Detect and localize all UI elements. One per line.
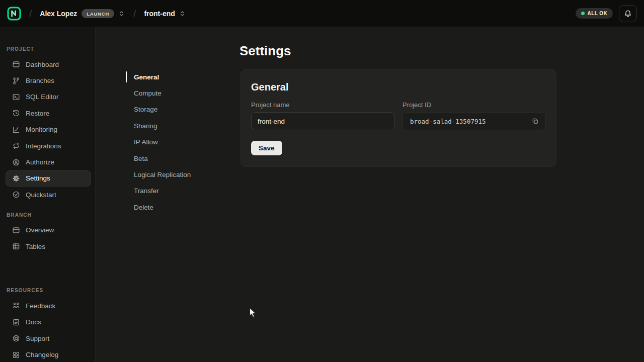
status-label: ALL OK	[588, 11, 607, 16]
subnav-item-logical-replication[interactable]: Logical Replication	[126, 166, 203, 183]
branch-icon	[12, 77, 20, 85]
org-switcher-chevron-icon[interactable]	[118, 10, 125, 18]
sidebar-item-authorize[interactable]: Authorize	[6, 154, 91, 170]
subnav-item-ip-allow[interactable]: IP Allow	[126, 134, 203, 150]
sidebar-item-sql-editor[interactable]: SQL Editor	[6, 89, 91, 105]
breadcrumb-divider: /	[133, 8, 136, 19]
top-header: / Alex Lopez LAUNCH / front-end ALL OK	[0, 0, 644, 27]
sidebar-item-restore[interactable]: Restore	[6, 105, 91, 121]
sidebar-item-label: Integrations	[26, 142, 61, 150]
changelog-icon	[12, 351, 20, 359]
sidebar-item-support[interactable]: Support	[6, 330, 91, 346]
subnav-item-delete[interactable]: Delete	[126, 199, 203, 215]
copy-project-id-button[interactable]	[529, 115, 542, 128]
sidebar-item-branches[interactable]: Branches	[6, 72, 91, 88]
sidebar-item-label: Monitoring	[26, 126, 57, 133]
sidebar-item-docs[interactable]: Docs	[6, 314, 91, 330]
sidebar-section-label: RESOURCES	[6, 288, 91, 293]
sidebar-item-label: Tables	[26, 243, 45, 250]
sidebar-item-label: Dashboard	[26, 61, 59, 68]
project-id-label: Project ID	[403, 101, 546, 109]
project-id-value: broad-salad-13507915	[410, 118, 486, 125]
sidebar-item-label: Feedback	[26, 302, 55, 310]
integrations-icon	[12, 142, 20, 150]
page-title: Settings	[239, 43, 291, 59]
sidebar-item-label: Quickstart	[26, 191, 56, 199]
sidebar-item-label: Branches	[26, 77, 54, 84]
subnav-item-storage[interactable]: Storage	[126, 102, 203, 118]
project-id-field: broad-salad-13507915	[403, 112, 546, 130]
docs-icon	[12, 318, 20, 326]
project-name[interactable]: front-end	[144, 10, 175, 18]
sidebar-item-label: Changelog	[26, 351, 58, 358]
sidebar-item-label: Overview	[26, 226, 54, 234]
general-settings-card: General Project name Project ID broad-sa…	[240, 69, 556, 167]
project-name-input[interactable]	[251, 112, 394, 130]
sidebar-item-changelog[interactable]: Changelog	[6, 346, 91, 362]
bell-icon	[624, 10, 632, 18]
sidebar-item-monitoring[interactable]: Monitoring	[6, 122, 91, 138]
sidebar-item-integrations[interactable]: Integrations	[6, 138, 91, 154]
notifications-button[interactable]	[619, 5, 637, 22]
project-name-label: Project name	[251, 101, 394, 109]
support-icon	[12, 334, 20, 342]
subnav-item-general[interactable]: General	[126, 69, 203, 85]
sidebar: PROJECT Dashboard Branches SQL Editor Re…	[0, 27, 96, 362]
feedback-icon	[12, 302, 20, 310]
subnav-item-transfer[interactable]: Transfer	[126, 183, 203, 199]
gear-icon	[12, 174, 20, 183]
card-title: General	[251, 81, 546, 93]
subnav-item-sharing[interactable]: Sharing	[126, 118, 203, 134]
sidebar-section-label: BRANCH	[6, 212, 91, 218]
sidebar-section-label: PROJECT	[6, 46, 91, 52]
sidebar-item-settings[interactable]: Settings	[6, 170, 91, 187]
status-badge[interactable]: ALL OK	[576, 8, 613, 19]
breadcrumb-divider: /	[29, 8, 32, 19]
sidebar-item-label: Restore	[26, 110, 49, 117]
sidebar-item-overview[interactable]: Overview	[6, 222, 91, 238]
sidebar-item-feedback[interactable]: Feedback	[6, 298, 91, 314]
sidebar-item-label: Support	[26, 335, 49, 342]
status-dot-icon	[581, 12, 585, 15]
copy-icon	[531, 117, 539, 125]
subnav-item-compute[interactable]: Compute	[126, 85, 203, 101]
tables-icon	[12, 242, 20, 250]
sidebar-item-label: Docs	[26, 318, 41, 326]
dashboard-icon	[12, 60, 20, 68]
sidebar-item-label: Authorize	[26, 158, 54, 166]
authorize-icon	[12, 158, 20, 166]
plan-badge: LAUNCH	[82, 9, 114, 18]
settings-subnav: GeneralComputeStorageSharingIP AllowBeta…	[126, 69, 203, 216]
subnav-item-beta[interactable]: Beta	[126, 150, 203, 166]
quickstart-icon	[12, 191, 20, 199]
project-switcher-chevron-icon[interactable]	[179, 10, 186, 18]
sql-editor-icon	[12, 93, 20, 101]
neon-logo[interactable]	[7, 7, 21, 21]
org-name[interactable]: Alex Lopez	[40, 10, 77, 18]
save-button[interactable]: Save	[251, 141, 282, 155]
sidebar-item-quickstart[interactable]: Quickstart	[6, 187, 91, 203]
monitoring-icon	[12, 126, 20, 134]
sidebar-item-label: Settings	[26, 174, 50, 182]
sidebar-item-tables[interactable]: Tables	[6, 238, 91, 254]
sidebar-item-label: SQL Editor	[26, 93, 59, 101]
restore-icon	[12, 109, 20, 117]
overview-icon	[12, 226, 20, 234]
sidebar-item-dashboard[interactable]: Dashboard	[6, 56, 91, 72]
mouse-cursor	[249, 307, 258, 319]
